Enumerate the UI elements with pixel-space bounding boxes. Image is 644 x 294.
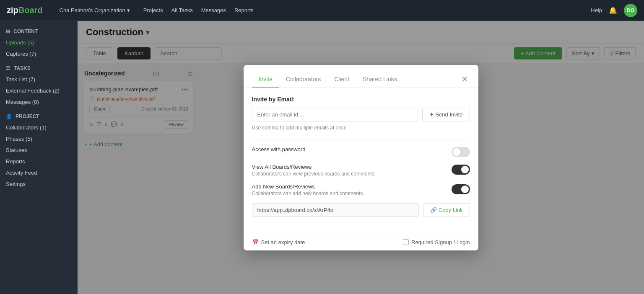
main-layout: ⊞ Content Uploads (5) Captures (7) ☰ Tas… (0, 21, 644, 294)
view-boards-row: View All Boards/Reviews Collaborators ca… (252, 164, 470, 177)
messages-label: Messages (0) (6, 99, 39, 105)
send-invite-button[interactable]: ✈ Send Invite (422, 108, 470, 121)
activity-feed-label: Activity Feed (6, 170, 37, 176)
modal-header: Invite Collaborators Client Shared Links… (244, 65, 478, 88)
sidebar-item-captures[interactable]: Captures (7) (0, 48, 77, 59)
logo-zip: zip (7, 5, 18, 15)
invite-by-email-title: Invite by Email: (252, 96, 470, 103)
modal-close-button[interactable]: ✕ (460, 74, 470, 84)
modal-overlay: Invite Collaborators Client Shared Links… (78, 21, 644, 294)
copy-link-button[interactable]: 🔗 Copy Link (423, 203, 470, 217)
org-selector[interactable]: Cha Palmos's Organization ▾ (60, 7, 130, 13)
required-signup-label: Required Signup / Login (411, 239, 470, 245)
invite-modal: Invite Collaborators Client Shared Links… (244, 65, 478, 250)
sidebar-item-external-feedback[interactable]: External Feedback (2) (0, 85, 77, 96)
email-hint: Use comma to add multiple emails at once (252, 125, 470, 131)
phases-label: Phases (5) (6, 136, 32, 142)
task-list-label: Task List (7) (6, 76, 35, 83)
add-boards-desc: Collaborators can add new boards and com… (252, 191, 447, 196)
modal-body: Invite by Email: ✈ Send Invite Use comma… (244, 88, 478, 234)
add-boards-label: Add New Boards/Reviews (252, 183, 447, 190)
view-boards-info: View All Boards/Reviews Collaborators ca… (252, 164, 447, 177)
external-feedback-label: External Feedback (2) (6, 88, 60, 94)
sidebar-item-statuses[interactable]: Statuses (0, 144, 77, 156)
view-boards-desc: Collaborators can view previous boards a… (252, 171, 447, 177)
nav-right: Help 🔔 DO (591, 4, 637, 17)
content-icon: ⊞ (6, 28, 10, 34)
sidebar-item-settings[interactable]: Settings (0, 178, 77, 190)
settings-label: Settings (6, 181, 26, 187)
top-nav: zipBoard Cha Palmos's Organization ▾ Pro… (0, 0, 644, 21)
sidebar-uploads-label: Uploads (5) (6, 39, 34, 46)
sidebar-item-reports[interactable]: Reports (0, 156, 77, 167)
expiry-date-button[interactable]: 📅 Set an expiry date (252, 239, 305, 245)
help-link[interactable]: Help (591, 7, 602, 13)
logo-board: Board (18, 5, 43, 15)
reports-label: Reports (6, 158, 25, 165)
project-section-header: 👤 Project (0, 111, 77, 122)
content-section-header: ⊞ Content (0, 26, 77, 37)
sidebar-item-messages[interactable]: Messages (0) (0, 96, 77, 108)
expiry-label: Set an expiry date (261, 239, 305, 245)
calendar-icon: 📅 (252, 239, 259, 245)
project-label: Project (16, 113, 39, 119)
tasks-section-header: ☰ Tasks (0, 63, 77, 74)
content-area: Construction ▾ Table Kanban + Add Conten… (78, 21, 644, 294)
org-name: Cha Palmos's Organization (60, 7, 125, 13)
divider-1 (252, 139, 470, 139)
add-boards-row: Add New Boards/Reviews Collaborators can… (252, 183, 470, 196)
access-password-row: Access with password (252, 146, 470, 157)
sidebar-item-uploads[interactable]: Uploads (5) (0, 37, 77, 48)
avatar[interactable]: DO (624, 4, 637, 17)
sidebar-captures-label: Captures (7) (6, 51, 36, 57)
project-icon: 👤 (6, 113, 12, 119)
modal-tab-client[interactable]: Client (327, 72, 356, 88)
share-link-input[interactable] (252, 203, 419, 217)
tasks-label: Tasks (14, 65, 31, 71)
modal-tab-collaborators[interactable]: Collaborators (279, 72, 327, 88)
share-link-row: 🔗 Copy Link (252, 203, 470, 217)
sidebar-item-phases[interactable]: Phases (5) (0, 133, 77, 144)
modal-tab-invite[interactable]: Invite (252, 72, 279, 88)
sidebar-project-section: 👤 Project Collaborators (1) Phases (5) S… (0, 111, 77, 190)
org-chevron-icon: ▾ (127, 7, 130, 13)
email-row: ✈ Send Invite (252, 108, 470, 121)
nav-projects[interactable]: Projects (143, 7, 163, 13)
modal-footer: 📅 Set an expiry date Required Signup / L… (244, 234, 478, 250)
nav-links: Projects All Tasks Messages Reports (143, 7, 254, 13)
sidebar-content-section: ⊞ Content Uploads (5) Captures (7) (0, 26, 77, 59)
access-password-label: Access with password (252, 146, 447, 152)
nav-messages[interactable]: Messages (201, 7, 226, 13)
nav-all-tasks[interactable]: All Tasks (171, 7, 193, 13)
access-password-info: Access with password (252, 146, 447, 153)
sidebar: ⊞ Content Uploads (5) Captures (7) ☰ Tas… (0, 21, 78, 294)
nav-reports[interactable]: Reports (234, 7, 254, 13)
view-boards-toggle[interactable] (452, 165, 470, 175)
statuses-label: Statuses (6, 147, 27, 153)
required-signup-row[interactable]: Required Signup / Login (403, 239, 470, 245)
sidebar-item-activity-feed[interactable]: Activity Feed (0, 167, 77, 178)
add-boards-toggle[interactable] (452, 184, 470, 194)
required-signup-checkbox[interactable] (403, 239, 409, 245)
email-input[interactable] (252, 108, 418, 121)
content-label: Content (13, 28, 38, 34)
sidebar-item-collaborators[interactable]: Collaborators (1) (0, 122, 77, 133)
app-logo: zipBoard (7, 5, 43, 15)
notification-bell-icon[interactable]: 🔔 (609, 6, 617, 14)
collaborators-label: Collaborators (1) (6, 124, 47, 131)
view-boards-label: View All Boards/Reviews (252, 164, 447, 170)
add-boards-info: Add New Boards/Reviews Collaborators can… (252, 183, 447, 196)
access-password-toggle[interactable] (452, 147, 470, 157)
sidebar-tasks-section: ☰ Tasks Task List (7) External Feedback … (0, 63, 77, 108)
tasks-icon: ☰ (6, 65, 10, 71)
modal-tab-shared-links[interactable]: Shared Links (356, 72, 404, 88)
sidebar-item-task-list[interactable]: Task List (7) (0, 74, 77, 85)
